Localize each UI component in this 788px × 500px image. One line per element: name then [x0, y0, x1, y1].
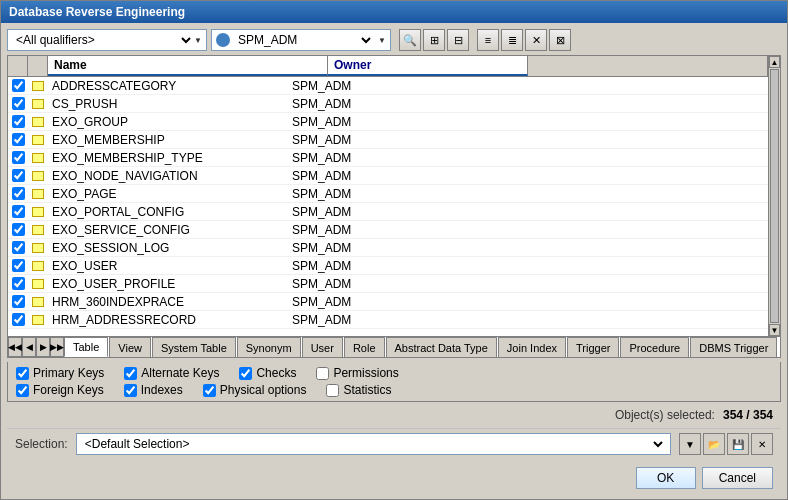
row-checkbox[interactable] — [12, 313, 25, 326]
row-checkbox-cell[interactable] — [8, 150, 28, 165]
row-checkbox-cell[interactable] — [8, 204, 28, 219]
vertical-scrollbar[interactable]: ▲ ▼ — [768, 56, 780, 336]
tab-nav-last[interactable]: ▶▶ — [50, 337, 64, 357]
scroll-thumb[interactable] — [770, 69, 779, 323]
table-row[interactable]: EXO_SESSION_LOG SPM_ADM — [8, 239, 768, 257]
tab-procedure[interactable]: Procedure — [620, 337, 689, 357]
user-combo[interactable]: SPM_ADM ▼ — [211, 29, 391, 51]
row-name: EXO_MEMBERSHIP — [48, 132, 288, 148]
tab-user[interactable]: User — [302, 337, 343, 357]
table-icon — [32, 81, 44, 91]
row-checkbox[interactable] — [12, 187, 25, 200]
row-checkbox[interactable] — [12, 97, 25, 110]
row-checkbox-cell[interactable] — [8, 294, 28, 309]
tab-table[interactable]: Table — [64, 337, 108, 357]
table-body[interactable]: ADDRESSCATEGORY SPM_ADM CS_PRUSH SPM_ADM… — [8, 77, 768, 336]
table-row[interactable]: EXO_PAGE SPM_ADM — [8, 185, 768, 203]
table-row[interactable]: HRM_ADDRESSRECORD SPM_ADM — [8, 311, 768, 329]
table-row[interactable]: EXO_USER SPM_ADM — [8, 257, 768, 275]
selection-combo[interactable]: <Default Selection> — [76, 433, 671, 455]
row-checkbox-cell[interactable] — [8, 96, 28, 111]
option-checkbox-physical-options[interactable] — [203, 384, 216, 397]
row-owner: SPM_ADM — [288, 204, 488, 220]
table-row[interactable]: EXO_MEMBERSHIP SPM_ADM — [8, 131, 768, 149]
table-row[interactable]: HRM_360INDEXPRACE SPM_ADM — [8, 293, 768, 311]
table-row[interactable]: EXO_GROUP SPM_ADM — [8, 113, 768, 131]
selection-dropdown-btn[interactable]: ▼ — [679, 433, 701, 455]
option-checkbox-checks[interactable] — [239, 367, 252, 380]
user-select[interactable]: SPM_ADM — [234, 32, 374, 48]
row-checkbox[interactable] — [12, 115, 25, 128]
row-owner: SPM_ADM — [288, 294, 488, 310]
table-row[interactable]: CS_PRUSH SPM_ADM — [8, 95, 768, 113]
scroll-down-btn[interactable]: ▼ — [769, 324, 780, 336]
table-row[interactable]: EXO_MEMBERSHIP_TYPE SPM_ADM — [8, 149, 768, 167]
content-area: <All qualifiers> ▼ SPM_ADM ▼ 🔍 ⊞ ⊟ ≡ ≣ ✕ — [1, 23, 787, 499]
row-checkbox-cell[interactable] — [8, 78, 28, 93]
selection-select[interactable]: <Default Selection> — [81, 436, 666, 452]
row-checkbox-cell[interactable] — [8, 222, 28, 237]
table-row[interactable]: EXO_PORTAL_CONFIG SPM_ADM — [8, 203, 768, 221]
tab-role[interactable]: Role — [344, 337, 385, 357]
qualifier-combo[interactable]: <All qualifiers> ▼ — [7, 29, 207, 51]
row-checkbox[interactable] — [12, 277, 25, 290]
tab-abstract-data-type[interactable]: Abstract Data Type — [386, 337, 497, 357]
row-checkbox-cell[interactable] — [8, 114, 28, 129]
row-checkbox[interactable] — [12, 151, 25, 164]
option-checkbox-primary-keys[interactable] — [16, 367, 29, 380]
tab-nav-first[interactable]: ◀◀ — [8, 337, 22, 357]
table-row[interactable]: EXO_USER_PROFILE SPM_ADM — [8, 275, 768, 293]
tab-system-table[interactable]: System Table — [152, 337, 236, 357]
selection-clear-btn[interactable]: ✕ — [751, 433, 773, 455]
row-checkbox-cell[interactable] — [8, 132, 28, 147]
toolbar-btn-3[interactable]: ⊟ — [447, 29, 469, 51]
row-checkbox[interactable] — [12, 169, 25, 182]
option-checkbox-indexes[interactable] — [124, 384, 137, 397]
row-checkbox-cell[interactable] — [8, 258, 28, 273]
toolbar-btn-6[interactable]: ✕ — [525, 29, 547, 51]
option-foreign-keys: Foreign Keys — [16, 383, 104, 397]
row-checkbox[interactable] — [12, 295, 25, 308]
tab-nav-next[interactable]: ▶ — [36, 337, 50, 357]
col-rest-header — [528, 56, 768, 76]
row-checkbox-cell[interactable] — [8, 276, 28, 291]
row-checkbox[interactable] — [12, 241, 25, 254]
tab-join-index[interactable]: Join Index — [498, 337, 566, 357]
tab-trigger[interactable]: Trigger — [567, 337, 619, 357]
toolbar-btn-2[interactable]: ⊞ — [423, 29, 445, 51]
ok-button[interactable]: OK — [636, 467, 696, 489]
tab-synonym[interactable]: Synonym — [237, 337, 301, 357]
qualifier-select[interactable]: <All qualifiers> — [12, 32, 194, 48]
cancel-button[interactable]: Cancel — [702, 467, 773, 489]
row-checkbox-cell[interactable] — [8, 312, 28, 327]
toolbar-btn-4[interactable]: ≡ — [477, 29, 499, 51]
table-row[interactable]: EXO_NODE_NAVIGATION SPM_ADM — [8, 167, 768, 185]
table-row[interactable]: EXO_SERVICE_CONFIG SPM_ADM — [8, 221, 768, 239]
option-label-checks: Checks — [256, 366, 296, 380]
selection-save-btn[interactable]: 💾 — [727, 433, 749, 455]
row-owner: SPM_ADM — [288, 222, 488, 238]
row-checkbox[interactable] — [12, 259, 25, 272]
toolbar-btn-5[interactable]: ≣ — [501, 29, 523, 51]
toolbar-btn-7[interactable]: ⊠ — [549, 29, 571, 51]
option-checkbox-alternate-keys[interactable] — [124, 367, 137, 380]
row-checkbox-cell[interactable] — [8, 168, 28, 183]
toolbar-btn-1[interactable]: 🔍 — [399, 29, 421, 51]
row-checkbox[interactable] — [12, 79, 25, 92]
table-header: Name Owner — [8, 56, 768, 77]
scroll-up-btn[interactable]: ▲ — [769, 56, 780, 68]
row-checkbox-cell[interactable] — [8, 240, 28, 255]
row-owner: SPM_ADM — [288, 186, 488, 202]
tab-nav-prev[interactable]: ◀ — [22, 337, 36, 357]
option-checkbox-foreign-keys[interactable] — [16, 384, 29, 397]
row-checkbox[interactable] — [12, 133, 25, 146]
selection-open-btn[interactable]: 📂 — [703, 433, 725, 455]
row-checkbox-cell[interactable] — [8, 186, 28, 201]
tab-dbms-trigger[interactable]: DBMS Trigger — [690, 337, 777, 357]
tab-view[interactable]: View — [109, 337, 151, 357]
option-checkbox-permissions[interactable] — [316, 367, 329, 380]
row-checkbox[interactable] — [12, 205, 25, 218]
row-checkbox[interactable] — [12, 223, 25, 236]
option-checkbox-statistics[interactable] — [326, 384, 339, 397]
table-row[interactable]: ADDRESSCATEGORY SPM_ADM — [8, 77, 768, 95]
